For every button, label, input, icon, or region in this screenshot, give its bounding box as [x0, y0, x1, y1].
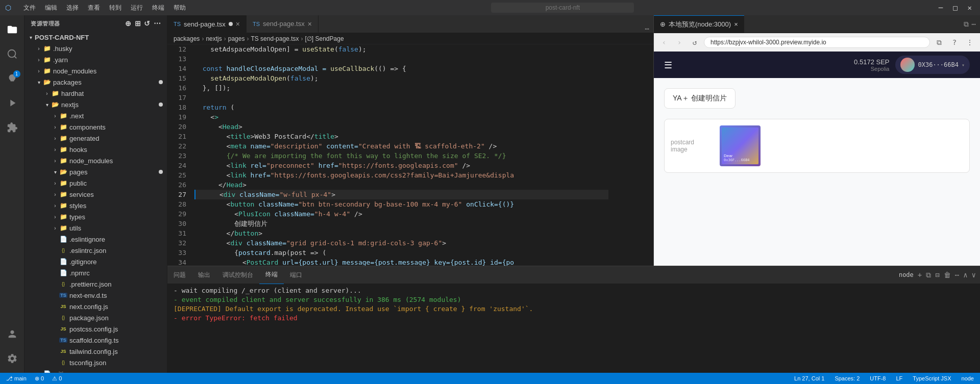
status-line-endings[interactable]: LF: [894, 375, 904, 381]
tree-item-root[interactable]: ▾ POST-CARD-NFT: [24, 32, 167, 43]
activity-extensions-icon[interactable]: [0, 115, 24, 140]
terminal-layout-icon[interactable]: ⊟: [935, 271, 939, 279]
tree-item[interactable]: 📄.npmrc: [24, 267, 167, 278]
status-git-branch[interactable]: ⎇ main: [4, 375, 29, 382]
menu-help[interactable]: 帮助: [169, 3, 190, 13]
tree-item[interactable]: 📄.gitignore: [24, 368, 167, 373]
tree-item[interactable]: JSpostcss.config.js: [24, 323, 167, 335]
new-file-icon[interactable]: ⊕: [125, 19, 132, 28]
new-folder-icon[interactable]: ⊞: [135, 19, 141, 28]
browser-refresh-button[interactable]: ↺: [689, 36, 701, 48]
create-postcard-button[interactable]: YA＋ 创建明信片: [664, 88, 736, 109]
tree-item[interactable]: ›📁.yarn: [24, 54, 167, 65]
tree-item[interactable]: ›📁styles: [24, 200, 167, 211]
panel-tab-problems[interactable]: 问题: [167, 266, 192, 284]
tree-item[interactable]: ›📁node_modules: [24, 155, 167, 166]
tree-item[interactable]: {}tsconfig.json: [24, 357, 167, 368]
menu-select[interactable]: 选择: [62, 3, 83, 13]
tab-send-page-tsx-active[interactable]: TS send-page.tsx ×: [167, 15, 247, 33]
activity-source-control-icon[interactable]: 1: [0, 66, 24, 91]
tree-item[interactable]: ▾📂nextjs: [24, 99, 167, 110]
breadcrumb-nextjs[interactable]: nextjs: [206, 35, 222, 42]
menu-run[interactable]: 运行: [127, 3, 147, 13]
panel-tab-output[interactable]: 输出: [192, 266, 216, 284]
menu-view[interactable]: 查看: [84, 3, 104, 13]
tree-item[interactable]: ›📁hooks: [24, 144, 167, 155]
panel-tab-debug[interactable]: 调试控制台: [216, 266, 259, 284]
tree-item[interactable]: TSscaffold.config.ts: [24, 335, 167, 346]
status-line-col[interactable]: Ln 27, Col 1: [792, 375, 826, 381]
terminal-close-button[interactable]: 🗑: [944, 271, 951, 279]
maximize-button[interactable]: □: [950, 3, 960, 13]
tree-item[interactable]: ›📁public: [24, 177, 167, 189]
status-errors[interactable]: ⊗ 0: [33, 375, 46, 382]
terminal-minimize-button[interactable]: ∧: [963, 271, 967, 279]
breadcrumb-pages[interactable]: pages: [228, 35, 245, 42]
tab-actions[interactable]: ⋯: [641, 24, 653, 33]
activity-account-icon[interactable]: [0, 322, 24, 346]
tree-item[interactable]: ›📁.husky: [24, 43, 167, 54]
tree-item[interactable]: ▾📂packages: [24, 76, 167, 88]
preview-tab-local[interactable]: ⊕ 本地预览(node:3000) ×: [654, 15, 744, 33]
activity-settings-icon[interactable]: [0, 346, 24, 371]
menu-goto[interactable]: 转到: [105, 3, 126, 13]
tree-item[interactable]: TSnext-env.d.ts: [24, 290, 167, 301]
terminal-maximize-button[interactable]: ∨: [972, 271, 976, 279]
terminal-split-icon[interactable]: ⧉: [926, 271, 931, 279]
panel-tab-terminal[interactable]: 终端: [259, 266, 284, 284]
menu-file[interactable]: 文件: [19, 3, 40, 13]
tree-item[interactable]: ›📁components: [24, 121, 167, 133]
tree-item[interactable]: ›📁generated: [24, 133, 167, 144]
tree-item[interactable]: ›📁utils: [24, 222, 167, 234]
tab-close-button-2[interactable]: ×: [308, 20, 312, 28]
tree-item[interactable]: JSnext.config.js: [24, 301, 167, 312]
breadcrumb-packages[interactable]: packages: [174, 35, 200, 42]
breadcrumb-file[interactable]: TS send-page.tsx: [251, 35, 299, 42]
browser-back-button[interactable]: ‹: [658, 36, 670, 48]
activity-search-icon[interactable]: [0, 42, 24, 66]
tree-item[interactable]: {}.eslintrc.json: [24, 245, 167, 256]
activity-run-icon[interactable]: [0, 91, 24, 115]
status-language[interactable]: TypeScript JSX: [911, 375, 953, 381]
browser-cast-button[interactable]: ⧉: [933, 36, 945, 48]
preview-wallet[interactable]: 0X36···66B4 ▾: [895, 56, 970, 74]
status-warnings[interactable]: ⚠ 0: [50, 375, 64, 382]
close-window-button[interactable]: ✕: [965, 3, 975, 13]
tab-send-page-tsx-2[interactable]: TS send-page.tsx ×: [247, 15, 318, 33]
tree-item[interactable]: 📄.gitignore: [24, 256, 167, 267]
status-encoding[interactable]: UTF-8: [868, 375, 888, 381]
menu-terminal[interactable]: 终端: [148, 3, 168, 13]
preview-split-icon[interactable]: ⧉: [964, 20, 969, 29]
tree-item[interactable]: ›📁node_modules: [24, 65, 167, 76]
tree-item[interactable]: 📄.eslintignore: [24, 234, 167, 245]
tree-item[interactable]: ›📁.next: [24, 110, 167, 121]
collapse-icon[interactable]: ⋯: [154, 19, 161, 28]
tree-item[interactable]: ›📁types: [24, 211, 167, 222]
breadcrumb-symbol[interactable]: [∅] SendPage: [305, 35, 344, 42]
terminal-content[interactable]: - wait compiling /_error (client and ser…: [167, 284, 980, 373]
minimize-button[interactable]: ─: [936, 3, 946, 13]
preview-hamburger-icon[interactable]: ☰: [664, 60, 672, 70]
browser-menu-button[interactable]: ⋮: [964, 36, 976, 48]
tree-item[interactable]: ›📁hardhat: [24, 88, 167, 99]
status-node-version[interactable]: node: [960, 375, 976, 381]
terminal-add-button[interactable]: +: [918, 271, 922, 279]
tree-item[interactable]: {}.prettierrc.json: [24, 278, 167, 290]
code-content[interactable]: setAdspaceModalOpen] = useState(false); …: [190, 44, 612, 266]
activity-files-icon[interactable]: [0, 17, 24, 42]
browser-help-button[interactable]: ?: [948, 36, 961, 48]
tree-item[interactable]: ▾📂pages: [24, 166, 167, 177]
terminal-more-button[interactable]: ⋯: [955, 271, 959, 279]
tree-item[interactable]: ›📁services: [24, 189, 167, 200]
tree-item[interactable]: JStailwind.config.js: [24, 346, 167, 357]
browser-forward-button[interactable]: ›: [673, 36, 685, 48]
browser-url-input[interactable]: [704, 37, 930, 48]
refresh-icon[interactable]: ↺: [144, 19, 151, 28]
status-spaces[interactable]: Spaces: 2: [832, 375, 862, 381]
preview-tab-close[interactable]: ×: [734, 20, 738, 28]
tab-close-button[interactable]: ×: [236, 20, 240, 28]
menu-edit[interactable]: 编辑: [41, 3, 61, 13]
panel-tab-ports[interactable]: 端口: [284, 266, 308, 284]
tree-item[interactable]: {}package.json: [24, 312, 167, 323]
preview-more-icon[interactable]: ⋯: [972, 20, 976, 28]
